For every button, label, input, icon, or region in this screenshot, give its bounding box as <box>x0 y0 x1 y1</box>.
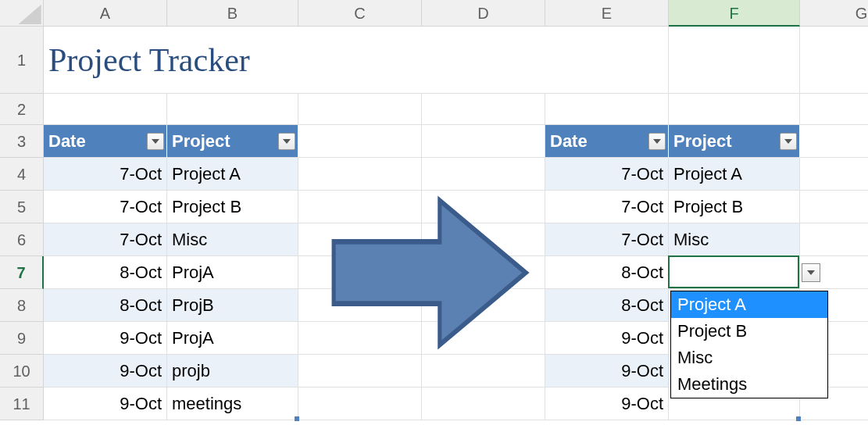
cell-d4[interactable] <box>422 158 545 191</box>
left_table-project-3[interactable]: ProjA <box>167 256 298 289</box>
right_table-date-2[interactable]: 7-Oct <box>545 223 669 256</box>
cell-c11[interactable] <box>298 388 422 420</box>
right_table-date-5[interactable]: 9-Oct <box>545 322 669 355</box>
table-resize-handle[interactable] <box>295 416 299 421</box>
left_table-project-7[interactable]: meetings <box>167 388 298 420</box>
right_table-date-1[interactable]: 7-Oct <box>545 191 669 223</box>
right_table-date-0[interactable]: 7-Oct <box>545 158 669 191</box>
row-header-7[interactable]: 7 <box>0 256 44 289</box>
left_table-date-1[interactable]: 7-Oct <box>44 191 167 223</box>
cell-d3[interactable] <box>422 125 545 158</box>
left_table-header-0: Date <box>44 125 167 158</box>
column-header-b[interactable]: B <box>167 0 298 27</box>
cell-d8[interactable] <box>422 289 545 322</box>
cell-c7[interactable] <box>298 256 422 289</box>
cell-d5[interactable] <box>422 191 545 223</box>
filter-dropdown-icon[interactable] <box>648 133 666 150</box>
filter-dropdown-icon[interactable] <box>147 133 164 150</box>
data-validation-dropdown-list[interactable]: Project AProject BMiscMeetings <box>670 291 828 398</box>
cell-b2[interactable] <box>167 94 298 125</box>
cell-c3[interactable] <box>298 125 422 158</box>
cell-d7[interactable] <box>422 256 545 289</box>
cell-d11[interactable] <box>422 388 545 420</box>
left_table-date-0[interactable]: 7-Oct <box>44 158 167 191</box>
right_table-header-0: Date <box>545 125 669 158</box>
left_table-date-4[interactable]: 8-Oct <box>44 289 167 322</box>
cell-g4[interactable] <box>800 158 868 191</box>
left_table-header-1: Project <box>167 125 298 158</box>
row-header-10[interactable]: 10 <box>0 355 44 388</box>
cell-g3[interactable] <box>800 125 868 158</box>
cell-g1[interactable] <box>800 27 868 94</box>
left_table-project-5[interactable]: ProjA <box>167 322 298 355</box>
row-header-11[interactable]: 11 <box>0 388 44 420</box>
right_table-date-6[interactable]: 9-Oct <box>545 355 669 388</box>
cell-a2[interactable] <box>44 94 167 125</box>
cell-c10[interactable] <box>298 355 422 388</box>
cell-c9[interactable] <box>298 322 422 355</box>
dropdown-option[interactable]: Project B <box>671 318 827 345</box>
left_table-date-2[interactable]: 7-Oct <box>44 223 167 256</box>
row-header-1[interactable]: 1 <box>0 27 44 94</box>
cell-d6[interactable] <box>422 223 545 256</box>
svg-marker-0 <box>19 5 41 24</box>
row-header-2[interactable]: 2 <box>0 94 44 125</box>
page-title: Project Tracker <box>44 27 545 94</box>
right_table-project-2[interactable]: Misc <box>669 223 800 256</box>
left_table-project-1[interactable]: Project B <box>167 191 298 223</box>
left_table-project-4[interactable]: ProjB <box>167 289 298 322</box>
dropdown-option[interactable]: Meetings <box>671 371 827 398</box>
row-header-6[interactable]: 6 <box>0 223 44 256</box>
left_table-date-3[interactable]: 8-Oct <box>44 256 167 289</box>
row-header-9[interactable]: 9 <box>0 322 44 355</box>
cell-e1[interactable] <box>545 27 669 94</box>
right_table-project-1[interactable]: Project B <box>669 191 800 223</box>
column-header-e[interactable]: E <box>545 0 669 27</box>
cell-d9[interactable] <box>422 322 545 355</box>
cell-f2[interactable] <box>669 94 800 125</box>
select-all-corner[interactable] <box>0 0 44 27</box>
right_table-date-4[interactable]: 8-Oct <box>545 289 669 322</box>
cell-d2[interactable] <box>422 94 545 125</box>
column-header-c[interactable]: C <box>298 0 422 27</box>
dropdown-option[interactable]: Project A <box>671 291 827 318</box>
right_table-project-3[interactable] <box>669 256 800 289</box>
cell-c5[interactable] <box>298 191 422 223</box>
row-header-8[interactable]: 8 <box>0 289 44 322</box>
cell-g2[interactable] <box>800 94 868 125</box>
right_table-header-1: Project <box>669 125 800 158</box>
column-header-d[interactable]: D <box>422 0 545 27</box>
filter-dropdown-icon[interactable] <box>278 133 295 150</box>
right_table-date-7[interactable]: 9-Oct <box>545 388 669 420</box>
left_table-project-2[interactable]: Misc <box>167 223 298 256</box>
cell-f1[interactable] <box>669 27 800 94</box>
left_table-project-0[interactable]: Project A <box>167 158 298 191</box>
data-validation-dropdown-button[interactable] <box>802 263 820 282</box>
column-header-a[interactable]: A <box>44 0 167 27</box>
cell-d10[interactable] <box>422 355 545 388</box>
left_table-date-6[interactable]: 9-Oct <box>44 355 167 388</box>
right_table-date-3[interactable]: 8-Oct <box>545 256 669 289</box>
left_table-date-7[interactable]: 9-Oct <box>44 388 167 420</box>
cell-e2[interactable] <box>545 94 669 125</box>
left_table-project-6[interactable]: projb <box>167 355 298 388</box>
right_table-project-0[interactable]: Project A <box>669 158 800 191</box>
row-header-5[interactable]: 5 <box>0 191 44 223</box>
cell-c2[interactable] <box>298 94 422 125</box>
row-header-4[interactable]: 4 <box>0 158 44 191</box>
cell-c6[interactable] <box>298 223 422 256</box>
cell-g5[interactable] <box>800 191 868 223</box>
cell-c8[interactable] <box>298 289 422 322</box>
left_table-date-5[interactable]: 9-Oct <box>44 322 167 355</box>
column-header-f[interactable]: F <box>669 0 800 27</box>
cell-c4[interactable] <box>298 158 422 191</box>
table-resize-handle[interactable] <box>796 416 801 421</box>
column-header-g[interactable]: G <box>800 0 868 27</box>
cell-g6[interactable] <box>800 223 868 256</box>
dropdown-option[interactable]: Misc <box>671 345 827 371</box>
filter-dropdown-icon[interactable] <box>780 133 797 150</box>
row-header-3[interactable]: 3 <box>0 125 44 158</box>
